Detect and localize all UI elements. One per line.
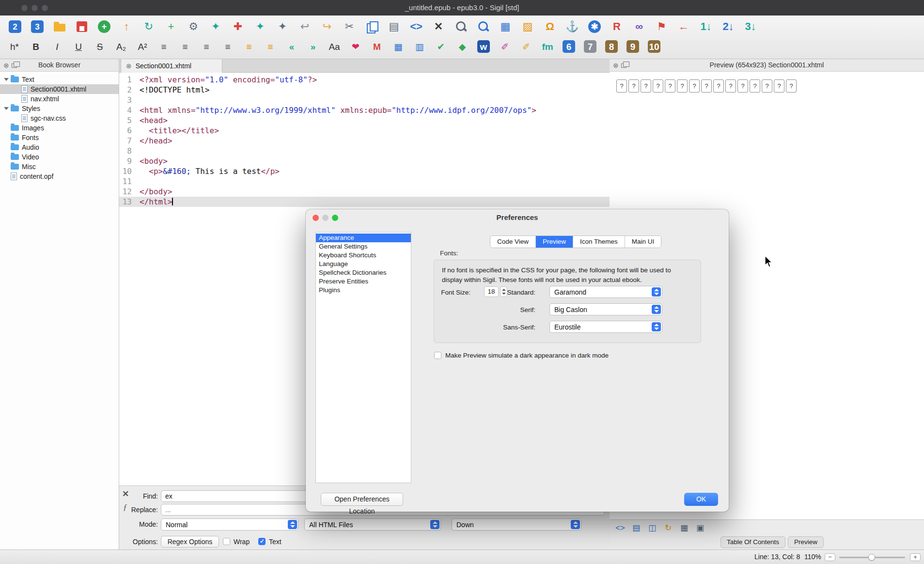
epub2-icon[interactable]: 2	[6, 17, 24, 36]
bookmark-icon[interactable]: ⚑	[652, 17, 671, 36]
clean-html-icon[interactable]: ✐	[496, 38, 514, 55]
clip-10-icon[interactable]: 10	[645, 38, 663, 55]
open-preferences-location-button[interactable]: Open Preferences Location	[321, 493, 403, 506]
heading-icon[interactable]: h*	[6, 38, 23, 55]
sans-serif-font-select[interactable]: Eurostile	[549, 321, 662, 333]
clip-8-icon[interactable]: 8	[603, 38, 620, 55]
clean-css-icon[interactable]: ✐	[517, 38, 535, 55]
tool-teal-2-icon[interactable]: ✦	[251, 17, 269, 36]
italic-icon[interactable]: I	[48, 38, 66, 55]
refresh-icon[interactable]: ↻	[140, 17, 158, 36]
panel-close-icon[interactable]: ⊗	[613, 62, 619, 69]
strikethrough-icon[interactable]: S	[91, 38, 109, 55]
table-alt-icon[interactable]: ▥	[411, 38, 428, 55]
disclosure-triangle-icon[interactable]	[4, 107, 9, 110]
tree-item-styles[interactable]: Styles	[0, 104, 119, 113]
bold-icon[interactable]: B	[27, 38, 45, 55]
insert-link-icon[interactable]: ∞	[630, 17, 648, 36]
indent-icon[interactable]: »	[304, 38, 322, 55]
panel-detach-icon[interactable]	[12, 62, 17, 69]
tree-item-text[interactable]: Text	[0, 75, 119, 84]
run-plugin-icon[interactable]: R	[608, 17, 626, 36]
serif-font-select[interactable]: Big Caslon	[549, 303, 662, 315]
epub3-icon[interactable]: 3	[28, 17, 47, 36]
pref-category-language[interactable]: Language	[316, 260, 411, 268]
tree-item-misc[interactable]: Misc	[0, 162, 119, 172]
scope-select[interactable]: All HTML Files	[304, 518, 441, 531]
tree-item-sgc-nav-css[interactable]: sgc-nav.css	[0, 113, 119, 123]
zoom-out-button[interactable]: −	[825, 553, 835, 561]
pref-tab-code-view[interactable]: Code View	[490, 236, 536, 248]
settings-gear-icon[interactable]: ⚙	[184, 17, 203, 36]
word-import-icon[interactable]: w	[475, 38, 492, 55]
mend-2-icon[interactable]: 2↓	[719, 17, 737, 36]
heart-icon[interactable]: ❤	[347, 38, 364, 55]
code-line-1[interactable]: 1<?xml version="1.0" encoding="utf-8"?>	[119, 75, 610, 85]
tree-item-images[interactable]: Images	[0, 123, 119, 133]
refresh-preview-icon[interactable]: ↻	[661, 522, 675, 533]
zoom-in-button[interactable]: +	[910, 553, 921, 561]
tool-gray-icon[interactable]: ✦	[273, 17, 292, 36]
numbered-list-icon[interactable]: ≡	[262, 38, 279, 55]
mend-1-icon[interactable]: 1↓	[697, 17, 715, 36]
code-line-8[interactable]: 8	[119, 146, 610, 156]
change-case-icon[interactable]: Aa	[326, 38, 343, 55]
find-next-icon[interactable]	[474, 17, 492, 36]
ok-button[interactable]: OK	[684, 493, 718, 506]
code-line-5[interactable]: 5<head>	[119, 115, 610, 125]
select-element-icon[interactable]: ▦	[677, 522, 691, 533]
pref-category-spellcheck-dictionaries[interactable]: Spellcheck Dictionaries	[316, 268, 411, 277]
tree-item-video[interactable]: Video	[0, 152, 119, 162]
pref-tab-icon-themes[interactable]: Icon Themes	[573, 236, 625, 248]
dialog-zoom-button[interactable]	[332, 215, 338, 221]
save-icon[interactable]	[73, 17, 91, 36]
bullet-list-icon[interactable]: ≡	[240, 38, 258, 55]
code-line-13[interactable]: 13</html>	[119, 197, 610, 207]
standard-font-select[interactable]: Garamond	[549, 286, 662, 298]
tool-red-icon[interactable]: ✚	[229, 17, 247, 36]
window-zoom-button[interactable]	[42, 5, 48, 11]
inspector-icon[interactable]: ▣	[693, 522, 707, 533]
justify-icon[interactable]: ≡	[219, 38, 236, 55]
align-right-icon[interactable]: ≡	[198, 38, 215, 55]
panel-detach-icon[interactable]	[621, 62, 626, 69]
editor-tab[interactable]: ⊗ Section0001.xhtml	[121, 59, 222, 73]
zoom-slider-knob[interactable]	[868, 554, 875, 561]
code-line-7[interactable]: 7</head>	[119, 136, 610, 146]
tab-close-icon[interactable]: ⊗	[126, 62, 132, 70]
disclosure-triangle-icon[interactable]	[4, 78, 9, 81]
pref-tab-main-ui[interactable]: Main UI	[625, 236, 661, 248]
align-left-icon[interactable]: ≡	[155, 38, 172, 55]
redo-icon[interactable]: ↪	[318, 17, 336, 36]
window-close-button[interactable]	[21, 5, 28, 11]
clip-7-icon[interactable]: 7	[581, 38, 599, 55]
add-icon[interactable]: +	[162, 17, 180, 36]
code-line-3[interactable]: 3	[119, 95, 610, 105]
split-window-icon[interactable]: ▦	[496, 17, 515, 36]
align-center-icon[interactable]: ≡	[176, 38, 194, 55]
direction-select[interactable]: Down	[452, 518, 581, 531]
code-line-10[interactable]: 10 <p>&#160; This is a test</p>	[119, 166, 610, 176]
pref-tab-preview[interactable]: Preview	[536, 236, 573, 248]
add-existing-files-icon[interactable]: +	[95, 17, 113, 36]
wrap-checkbox[interactable]	[223, 538, 230, 545]
code-view-icon[interactable]: <>	[407, 17, 425, 36]
find-icon[interactable]	[452, 17, 470, 36]
superscript-icon[interactable]: A²	[134, 38, 151, 55]
delete-icon[interactable]: ✕	[429, 17, 448, 36]
code-line-2[interactable]: 2<!DOCTYPE html>	[119, 85, 610, 95]
window-minimize-button[interactable]	[31, 5, 38, 11]
tree-item-audio[interactable]: Audio	[0, 142, 119, 152]
clip-6-icon[interactable]: 6	[560, 38, 578, 55]
insert-anchor-icon[interactable]: ⚓	[563, 17, 581, 36]
tab-preview[interactable]: Preview	[788, 536, 824, 548]
mend-3-icon[interactable]: 3↓	[741, 17, 760, 36]
tab-table-of-contents[interactable]: Table Of Contents	[720, 536, 785, 548]
mode-select[interactable]: Normal	[161, 518, 298, 531]
metadata-icon[interactable]: M	[368, 38, 386, 55]
tree-item-section0001-xhtml[interactable]: Section0001.xhtml	[0, 84, 119, 94]
code-line-4[interactable]: 4<html xmlns="http://www.w3.org/1999/xht…	[119, 105, 610, 115]
spellcheck-icon[interactable]: ✔	[432, 38, 450, 55]
code-line-6[interactable]: 6 <title></title>	[119, 125, 610, 136]
code-view-toggle-icon[interactable]: <>	[613, 522, 627, 534]
